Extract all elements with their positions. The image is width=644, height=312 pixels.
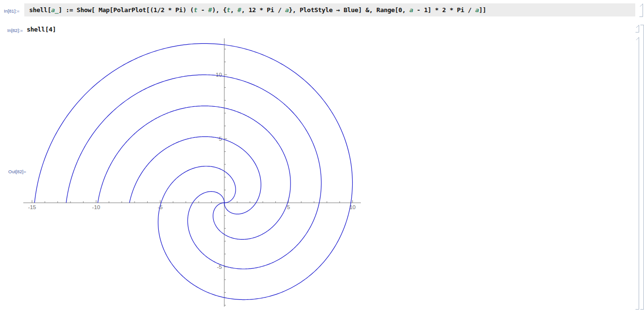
polar-plot-output[interactable]: -15-10-5510-5510 [23, 38, 361, 307]
cell-bracket-in81[interactable] [639, 3, 644, 17]
code-in81[interactable]: shell[a_] := Show[ Map[PolarPlot[(1/2 * … [29, 6, 486, 14]
spiral-arm-3 [130, 137, 261, 214]
x-tick-label: -10 [92, 204, 101, 210]
y-tick-label: 10 [216, 72, 222, 78]
spiral-arm-1 [66, 75, 321, 269]
spiral-arm-2 [98, 106, 290, 239]
cell-label-in82: In[82]:= [7, 28, 23, 33]
x-tick-label: 5 [287, 204, 290, 210]
cell-label-in81: In[81]:= [4, 8, 19, 14]
spiral-arm-0 [34, 44, 353, 300]
x-tick-label: -15 [28, 204, 36, 210]
cell-bracket-out82[interactable] [635, 37, 640, 310]
input-cell-in81[interactable]: shell[a_] := Show[ Map[PolarPlot[(1/2 * … [24, 3, 635, 16]
cell-bracket-in82[interactable] [635, 25, 640, 33]
code-in82[interactable]: shell[4] [27, 26, 56, 33]
polar-plot-svg: -15-10-5510-5510 [23, 38, 361, 307]
notebook-window: In[81]:= shell[a_] := Show[ Map[PolarPlo… [0, 0, 644, 312]
cell-group-bracket[interactable] [640, 25, 644, 310]
